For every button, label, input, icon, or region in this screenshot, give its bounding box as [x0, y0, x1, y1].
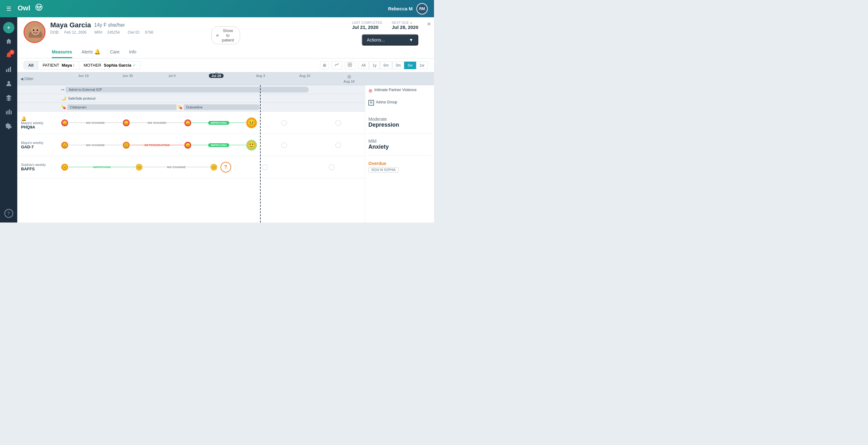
- phq9a-label: 🔔 Maya's weekly PHQ9A: [17, 116, 61, 129]
- show-to-patient-label: Show to patient: [220, 28, 235, 42]
- respondent-all-label: All: [28, 63, 34, 67]
- patient-header: Maya Garcia 14y F she/her DOB: Feb 12, 2…: [17, 17, 434, 58]
- gad7-respondent: Maya's weekly: [21, 141, 61, 145]
- phq9a-severity-text: Moderate: [368, 117, 431, 122]
- sidebar-item-layers[interactable]: [2, 91, 15, 104]
- grid-view-button[interactable]: [345, 61, 355, 69]
- actions-button[interactable]: Actions... ▼: [362, 34, 418, 46]
- next-due-icon: ●: [410, 21, 412, 25]
- patient-owl-label: Owl ID:: [128, 30, 140, 35]
- sidebar-item-patients[interactable]: [2, 77, 15, 90]
- svg-rect-20: [348, 65, 349, 67]
- date-aug10: Aug 10: [283, 74, 327, 83]
- tab-measures[interactable]: Measures: [52, 49, 72, 58]
- date-jul9: Jul 9: [150, 74, 194, 83]
- alerts-bell-icon: 🔔: [94, 49, 100, 55]
- phq9a-severity: Moderate Depression: [368, 112, 431, 134]
- patient-tab-label: PATIENT: [43, 63, 59, 67]
- time-1w[interactable]: 1w: [416, 62, 428, 69]
- close-button[interactable]: ✕: [427, 21, 431, 27]
- phq9a-severity-bold: Depression: [368, 122, 431, 128]
- sidebar-item-help[interactable]: ?: [4, 209, 13, 218]
- tab-measures-label: Measures: [52, 49, 72, 54]
- sidebar-item-settings[interactable]: [2, 120, 15, 132]
- baffs-label: Sophia's weekly BAFFS: [17, 163, 61, 171]
- baffs-face3: 😊: [210, 164, 217, 171]
- phq9a-future2: [312, 120, 365, 126]
- mother-check-icon: ✓: [132, 63, 136, 67]
- patient-dob-label: DOB:: [50, 30, 59, 35]
- aetna-label: Aetna Group: [376, 100, 397, 104]
- patient-name: Maya Garcia: [50, 21, 91, 29]
- patient-mr-label: MR#: [95, 30, 102, 35]
- gad7-chart: 😟 NO CHANGE 😟 DETERIORATING 😞: [61, 140, 365, 151]
- svg-rect-6: [8, 68, 9, 72]
- ipv-label: Intimate Partner Violence: [374, 88, 417, 93]
- iop-arrow-icon: ↦: [61, 87, 64, 92]
- sub-header: All PATIENT Maya ℹ MOTHER Sophia Garcia …: [17, 58, 434, 72]
- baffs-name: BAFFS: [21, 167, 61, 171]
- time-1y[interactable]: 1y: [369, 62, 380, 69]
- safeside-moon-icon: 🌙: [61, 96, 66, 100]
- plan-bar-iop: ↦ Admit to External IOP: [61, 87, 365, 92]
- older-nav[interactable]: ◀ Older: [21, 77, 34, 81]
- show-to-patient-button[interactable]: Show to patient: [211, 26, 240, 44]
- next-due-date: Jul 28, 2020: [392, 25, 418, 30]
- keys-view-button[interactable]: ⊞: [320, 61, 329, 69]
- respondent-all[interactable]: All: [24, 61, 38, 69]
- respondent-mother[interactable]: MOTHER Sophia Garcia ✓: [79, 61, 141, 69]
- baffs-face2: 😊: [136, 164, 143, 171]
- tab-info[interactable]: Info: [129, 49, 136, 58]
- chart-area: ◀ Older Jun 19 Jun 30 Jul 9 🚶 Jul 28 Aug…: [17, 72, 434, 222]
- sidebar-item-home[interactable]: [2, 35, 15, 48]
- sidebar-item-reports[interactable]: [2, 106, 15, 118]
- patient-owl-id: 8766: [145, 30, 154, 35]
- baffs-overdue-circle: ?: [220, 162, 231, 173]
- phq9a-trend1: NO CHANGE: [86, 121, 105, 124]
- patient-avatar: [24, 21, 45, 43]
- phq9a-face2: 😞: [123, 119, 130, 126]
- top-nav: ☰ Owl Rebecca M RM: [0, 0, 434, 17]
- time-6w[interactable]: 6w: [404, 62, 416, 69]
- gad7-severity-bold: Anxiety: [368, 144, 431, 150]
- last-completed-date: Jul 21, 2020: [352, 25, 382, 30]
- sidebar-item-notifications[interactable]: 2: [2, 49, 15, 62]
- tab-care[interactable]: Care: [110, 49, 119, 58]
- svg-point-8: [7, 81, 10, 84]
- svg-rect-12: [11, 111, 11, 114]
- hamburger-menu[interactable]: ☰: [6, 5, 11, 12]
- sign-in-sophia-label: SIGN IN SOPHIA: [371, 168, 396, 172]
- time-all[interactable]: All: [358, 62, 369, 69]
- phq9a-trend2: NO CHANGE: [148, 121, 167, 124]
- gad7-face2: 😟: [123, 142, 130, 149]
- baffs-future1: [232, 165, 298, 170]
- time-6m[interactable]: 6m: [380, 62, 392, 69]
- duloxetine-label: Duloxetine: [186, 105, 203, 109]
- time-3m[interactable]: 3m: [392, 62, 404, 69]
- citalopram-label: Citalopram: [70, 105, 86, 109]
- right-aetna: H Aetna Group: [368, 100, 431, 106]
- add-button[interactable]: +: [3, 22, 14, 33]
- hospital-icon: H: [368, 100, 374, 106]
- user-avatar[interactable]: RM: [416, 3, 428, 14]
- patient-tabs: Measures Alerts 🔔 Care Info: [24, 49, 428, 58]
- sign-in-sophia-button[interactable]: SIGN IN SOPHIA: [368, 167, 399, 173]
- gad7-severity-text: Mild: [368, 139, 431, 144]
- patient-info-icon: ℹ: [73, 63, 74, 67]
- respondent-patient[interactable]: PATIENT Maya ℹ: [38, 61, 80, 69]
- baffs-overdue-text: Overdue: [368, 161, 431, 166]
- svg-rect-21: [350, 65, 352, 67]
- sidebar: + 2 ?: [0, 17, 17, 222]
- line-view-button[interactable]: [332, 61, 342, 69]
- citalopram-pill-icon: 💊: [61, 105, 66, 109]
- svg-rect-7: [10, 67, 11, 72]
- sidebar-item-analytics[interactable]: [2, 63, 15, 76]
- plan-row-safeside: 🌙 SafeSide protocol: [17, 94, 365, 103]
- gad7-current-face: 🙂: [246, 140, 257, 151]
- iop-label: Admit to External IOP: [69, 88, 102, 91]
- user-name: Rebecca M: [388, 6, 413, 11]
- next-due-label: NEXT DUE: [392, 21, 409, 25]
- svg-rect-19: [350, 63, 352, 64]
- tab-alerts[interactable]: Alerts 🔔: [82, 49, 101, 58]
- date-jun19: Jun 19: [61, 74, 105, 83]
